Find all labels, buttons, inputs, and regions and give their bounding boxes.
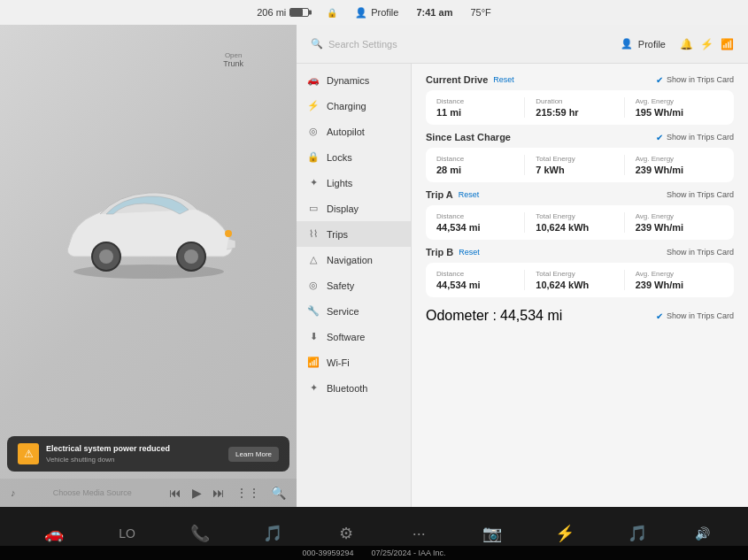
nav-label-charging: Charging <box>327 101 366 111</box>
nav-item-software[interactable]: ⬇ Software <box>297 324 411 349</box>
battery-icon <box>289 8 309 17</box>
trip-b-distance: Distance 44,534 mi <box>436 270 524 290</box>
since-charge-energy-total: Total Energy 7 kWh <box>524 155 623 175</box>
trip-a-energy-total: Total Energy 10,624 kWh <box>524 212 623 233</box>
profile-person-icon: 👤 <box>355 7 367 19</box>
signal-icon: 📶 <box>721 38 734 50</box>
trip-a-distance: Distance 44,534 mi <box>436 212 524 233</box>
status-bar: 206 mi 🔒 👤 Profile 7:41 am 75°F <box>0 0 748 25</box>
range-display: 206 mi <box>257 7 309 18</box>
nav-item-lights[interactable]: ✦ Lights <box>297 170 411 196</box>
car-display: Open Trunk <box>0 25 297 429</box>
since-charge-energy-avg: Avg. Energy 239 Wh/mi <box>624 155 723 175</box>
trip-a-energy-avg: Avg. Energy 239 Wh/mi <box>624 212 723 233</box>
taskbar-car-icon[interactable]: 🚗 <box>38 518 70 549</box>
taskbar-more-icon[interactable]: ··· <box>403 518 435 549</box>
trips-icon: ⌇⌇ <box>307 228 320 240</box>
warning-banner: ⚠ Electrical system power reduced Vehicl… <box>7 436 289 472</box>
bluetooth-header-icon[interactable]: ⚡ <box>700 38 713 50</box>
nav-label-software: Software <box>327 332 365 342</box>
time-display: 7:41 am <box>416 7 452 18</box>
media-source-label: Choose Media Source <box>23 488 163 497</box>
profile-header[interactable]: 👤 Profile <box>621 38 666 50</box>
trip-a-header: Trip A Reset Show in Trips Card <box>426 189 734 200</box>
prev-button[interactable]: ⏮ <box>169 486 181 500</box>
nav-item-display[interactable]: ▭ Display <box>297 196 411 221</box>
trunk-text: Trunk <box>223 59 243 68</box>
nav-item-autopilot[interactable]: ◎ Autopilot <box>297 119 411 144</box>
record-date: 07/25/2024 - IAA Inc. <box>372 548 446 557</box>
wifi-icon: 📶 <box>307 357 320 368</box>
taskbar-radio-icon[interactable]: ⚙ <box>330 518 362 549</box>
svg-point-5 <box>225 230 232 237</box>
main-content: Open Trunk <box>0 25 748 507</box>
play-button[interactable]: ▶ <box>192 486 202 500</box>
trip-a-reset[interactable]: Reset <box>459 190 480 199</box>
trip-a-title: Trip A Reset <box>426 189 479 200</box>
search-placeholder: Search Settings <box>328 39 397 50</box>
current-drive-header: Current Drive Reset ✔ Show in Trips Card <box>426 74 734 85</box>
warning-title: Electrical system power reduced <box>46 443 221 455</box>
temperature-display: 75°F <box>470 7 490 18</box>
profile-header-label: Profile <box>638 39 666 50</box>
safety-icon: ◎ <box>307 280 320 291</box>
learn-more-button[interactable]: Learn More <box>228 447 279 462</box>
svg-point-4 <box>184 249 198 264</box>
nav-label-service: Service <box>327 306 359 317</box>
since-charge-header: Since Last Charge ✔ Show in Trips Card <box>426 132 734 142</box>
since-charge-distance: Distance 28 mi <box>436 155 524 175</box>
nav-item-dynamics[interactable]: 🚗 Dynamics <box>297 67 411 93</box>
nav-item-service[interactable]: 🔧 Service <box>297 298 411 324</box>
search-icon: 🔍 <box>311 38 323 50</box>
dynamics-icon: 🚗 <box>307 74 320 86</box>
nav-label-locks: Locks <box>327 152 352 163</box>
bell-icon[interactable]: 🔔 <box>680 38 693 50</box>
nav-item-charging[interactable]: ⚡ Charging <box>297 93 411 119</box>
settings-body: 🚗 Dynamics ⚡ Charging ◎ Autopilot 🔒 Lock… <box>297 64 748 507</box>
odometer-show-card[interactable]: ✔ Show in Trips Card <box>656 311 734 321</box>
charging-icon: ⚡ <box>307 100 320 111</box>
profile-section: 👤 Profile <box>355 7 398 19</box>
trip-b-reset[interactable]: Reset <box>459 248 480 257</box>
warning-subtitle: Vehicle shutting down <box>46 455 221 464</box>
search-media-button[interactable]: 🔍 <box>271 486 286 500</box>
trip-b-title: Trip B Reset <box>426 247 480 257</box>
nav-label-trips: Trips <box>327 229 348 240</box>
nav-label-navigation: Navigation <box>327 255 373 265</box>
nav-item-safety[interactable]: ◎ Safety <box>297 272 411 298</box>
profile-label: Profile <box>371 7 398 18</box>
current-drive-title: Current Drive Reset <box>426 74 514 85</box>
taskbar-phone-icon[interactable]: 📞 <box>184 518 216 549</box>
display-icon: ▭ <box>307 203 320 214</box>
open-text: Open <box>223 51 243 59</box>
trip-b-show-card[interactable]: Show in Trips Card <box>667 248 734 257</box>
taskbar-bluetooth-icon[interactable]: ⚡ <box>549 518 581 549</box>
nav-item-trips[interactable]: ⌇⌇ Trips <box>297 221 411 247</box>
taskbar-music2-icon[interactable]: 🎵 <box>621 518 653 549</box>
equalizer-button[interactable]: ⋮⋮ <box>235 486 260 500</box>
trips-panel: Current Drive Reset ✔ Show in Trips Card… <box>412 64 748 507</box>
volume-icon[interactable]: 🔊 <box>695 526 710 541</box>
current-drive-card: Distance 11 mi Duration 215:59 hr Avg. E… <box>426 90 734 125</box>
current-drive-show-card[interactable]: ✔ Show in Trips Card <box>656 75 734 85</box>
taskbar-camera-icon[interactable]: 📷 <box>476 518 508 549</box>
nav-item-bluetooth[interactable]: ✦ Bluetooth <box>297 375 411 401</box>
since-charge-show-card[interactable]: ✔ Show in Trips Card <box>656 133 734 142</box>
trip-b-energy-total: Total Energy 10,624 kWh <box>524 270 623 290</box>
lights-icon: ✦ <box>307 177 320 188</box>
nav-item-wifi[interactable]: 📶 Wi-Fi <box>297 349 411 375</box>
taskbar-eq-icon[interactable]: LO <box>112 518 143 549</box>
bluetooth-nav-icon: ✦ <box>307 382 320 394</box>
odometer-checkmark: ✔ <box>656 311 663 321</box>
nav-item-navigation[interactable]: △ Navigation <box>297 247 411 272</box>
current-drive-reset[interactable]: Reset <box>493 75 514 84</box>
next-button[interactable]: ⏭ <box>212 486 225 500</box>
taskbar-music-icon[interactable]: 🎵 <box>257 518 289 549</box>
trip-a-show-card[interactable]: Show in Trips Card <box>667 190 734 199</box>
current-drive-distance: Distance 11 mi <box>436 97 524 118</box>
car-image <box>42 165 255 289</box>
odometer-row: Odometer : 44,534 mi ✔ Show in Trips Car… <box>426 304 734 327</box>
nav-item-locks[interactable]: 🔒 Locks <box>297 144 411 170</box>
nav-label-display: Display <box>327 203 359 214</box>
nav-label-lights: Lights <box>327 178 352 188</box>
